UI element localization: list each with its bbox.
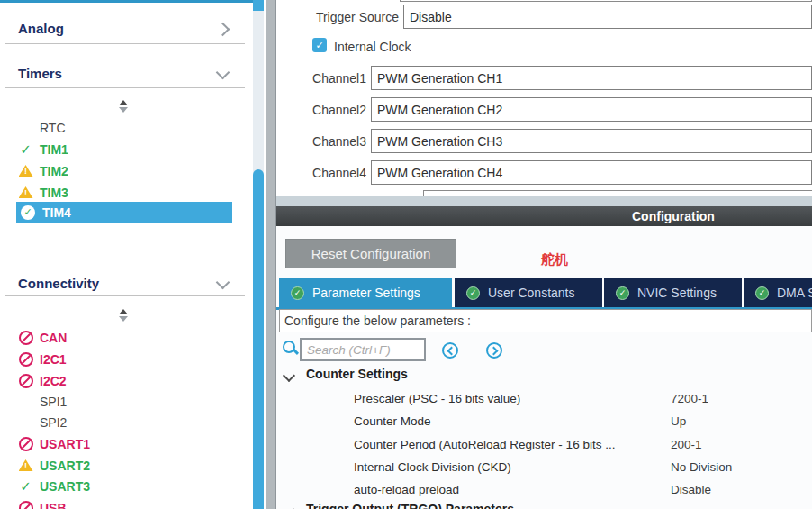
- sidebar-item-usart1[interactable]: USART1: [18, 436, 90, 451]
- chevron-down-icon[interactable]: [216, 66, 230, 80]
- channel2-dropdown[interactable]: PWM Generation CH2: [371, 97, 812, 122]
- sidebar-item-tim4-selected[interactable]: TIM4: [16, 202, 232, 223]
- blocked-icon: [18, 501, 33, 509]
- sidebar-item-usb[interactable]: USB: [18, 500, 67, 509]
- servo-annotation-text: 舵机: [541, 251, 568, 268]
- channel1-value: PWM Generation CH1: [377, 71, 502, 86]
- chevron-down-icon[interactable]: [216, 276, 230, 290]
- trigger-source-value: Disable: [410, 10, 452, 24]
- blank-icon: [18, 395, 33, 409]
- check-badge-icon: [21, 205, 35, 220]
- channel4-label: Channel4: [276, 166, 366, 180]
- group-trigger-output[interactable]: Trigger Output (TRGO) Parameters: [306, 502, 514, 509]
- cubemx-pinout-config-window: Analog Timers RTC TIM1 TIM2 TIM3 TIM4 Co…: [0, 0, 812, 509]
- group-counter-settings[interactable]: Counter Settings: [306, 367, 408, 381]
- sort-spinner-icon[interactable]: [118, 100, 129, 113]
- param-value[interactable]: Disable: [671, 483, 711, 496]
- divider: [5, 43, 245, 44]
- divider: [5, 87, 245, 88]
- trigger-source-dropdown[interactable]: Disable: [403, 5, 812, 29]
- blank-icon: [18, 121, 33, 135]
- check-badge-icon: [616, 286, 629, 300]
- channel2-value: PWM Generation CH2: [377, 103, 502, 117]
- warning-icon: [18, 459, 33, 473]
- instruction-text: Configure the below parameters :: [284, 314, 471, 328]
- sidebar-top-accent: [0, 0, 266, 3]
- check-badge-icon: [466, 286, 480, 300]
- param-value[interactable]: Up: [671, 414, 686, 428]
- blank-icon: [18, 415, 33, 430]
- chevron-right-icon[interactable]: [216, 23, 230, 37]
- panel-separator: [264, 0, 276, 509]
- internal-clock-checkbox[interactable]: [312, 38, 327, 52]
- tab-label: Parameter Settings: [312, 286, 420, 300]
- check-badge-icon: [291, 286, 304, 300]
- channel1-label: Channel1: [276, 71, 366, 86]
- sidebar-item-tim1[interactable]: TIM1: [18, 141, 68, 157]
- sidebar-item-label: SPI2: [40, 415, 67, 430]
- sidebar-item-usart2[interactable]: USART2: [18, 458, 90, 473]
- param-value[interactable]: No Division: [671, 460, 732, 474]
- channel3-value: PWM Generation CH3: [377, 134, 502, 149]
- sidebar-section-connectivity[interactable]: Connectivity: [18, 276, 99, 291]
- sidebar-item-usart3[interactable]: USART3: [18, 478, 90, 494]
- param-name: Prescaler (PSC - 16 bits value): [354, 392, 667, 405]
- channel2-label: Channel2: [276, 103, 366, 117]
- sidebar-item-tim3[interactable]: TIM3: [18, 185, 68, 200]
- blocked-icon: [18, 331, 33, 345]
- search-input[interactable]: [300, 338, 426, 361]
- sidebar-item-label: USART2: [40, 459, 90, 473]
- sidebar-scrollbar-thumb[interactable]: [253, 169, 264, 509]
- blocked-icon: [18, 437, 33, 451]
- tab-user-constants[interactable]: User Constants: [455, 278, 602, 307]
- sidebar-item-label: RTC: [40, 121, 66, 135]
- param-value[interactable]: 200-1: [671, 438, 702, 451]
- channel3-dropdown[interactable]: PWM Generation CH3: [371, 129, 812, 153]
- channel3-label: Channel3: [276, 134, 366, 149]
- blocked-icon: [18, 352, 33, 367]
- sort-spinner-icon[interactable]: [118, 309, 129, 322]
- warning-icon: [18, 186, 33, 200]
- sidebar-item-can[interactable]: CAN: [18, 330, 67, 345]
- sidebar-item-label: I2C1: [40, 352, 67, 367]
- divider: [5, 295, 245, 296]
- sidebar-section-timers[interactable]: Timers: [18, 66, 62, 81]
- sidebar-section-analog[interactable]: Analog: [18, 21, 64, 36]
- search-previous-button[interactable]: [442, 342, 458, 359]
- sidebar-item-label: TIM3: [40, 186, 68, 200]
- tab-label: User Constants: [488, 286, 574, 300]
- check-icon: [18, 142, 33, 157]
- sidebar-item-label: USART3: [40, 479, 90, 494]
- sidebar-item-label: USART1: [40, 437, 90, 451]
- sidebar-item-label: I2C2: [40, 374, 67, 388]
- sidebar-item-tim2[interactable]: TIM2: [18, 163, 68, 178]
- channel4-dropdown[interactable]: PWM Generation CH4: [371, 160, 812, 185]
- sidebar-item-spi2[interactable]: SPI2: [18, 414, 67, 430]
- reset-configuration-button[interactable]: Reset Configuration: [285, 239, 456, 268]
- sidebar-item-i2c1[interactable]: I2C1: [18, 351, 67, 367]
- sidebar-item-rtc[interactable]: RTC: [18, 120, 66, 135]
- sidebar-item-label: CAN: [40, 331, 67, 345]
- search-icon: [283, 341, 295, 353]
- check-icon: [18, 479, 33, 494]
- param-name: Counter Mode: [354, 414, 667, 428]
- sidebar-item-label: USB: [40, 501, 67, 509]
- tab-label: NVIC Settings: [637, 286, 717, 300]
- sidebar-item-spi1[interactable]: SPI1: [18, 394, 67, 409]
- configuration-title: Configuration: [632, 209, 715, 223]
- search-next-button[interactable]: [486, 342, 502, 359]
- configuration-header-bar: [276, 206, 812, 226]
- sidebar-scrollbar-top: [253, 0, 264, 11]
- tab-nvic-settings[interactable]: NVIC Settings: [604, 278, 742, 307]
- instruction-box: Configure the below parameters :: [279, 309, 812, 332]
- mode-config-divider: [276, 196, 812, 206]
- sidebar-item-i2c2[interactable]: I2C2: [18, 373, 67, 388]
- tab-parameter-settings[interactable]: Parameter Settings: [279, 278, 452, 307]
- param-value[interactable]: 7200-1: [671, 392, 708, 405]
- tab-dma-settings[interactable]: DMA S: [744, 278, 812, 307]
- channel1-dropdown[interactable]: PWM Generation CH1: [371, 66, 812, 90]
- partial-dropdown-top: [400, 0, 812, 2]
- channel4-value: PWM Generation CH4: [377, 166, 502, 180]
- tab-label: DMA S: [777, 286, 812, 300]
- param-name: auto-reload preload: [354, 483, 667, 496]
